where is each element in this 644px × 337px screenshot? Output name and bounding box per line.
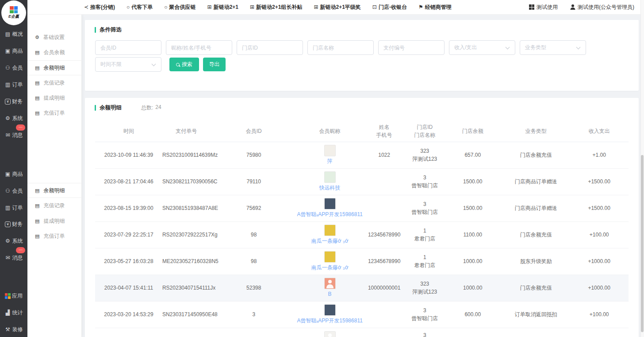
store-id: 323 [406, 280, 443, 288]
select-placeholder: 收入/支出 [454, 44, 477, 51]
store-name-input[interactable] [307, 40, 374, 55]
sidebar-item-finance-2[interactable]: ¥ 财务 [0, 219, 27, 229]
apps-grid-icon [5, 293, 11, 299]
nav-label: 推客(分销) [90, 4, 115, 11]
nickname-link[interactable]: 快远科技 [319, 184, 341, 192]
cell-amount: +1.00 [570, 142, 629, 168]
share-icon: ≺ [84, 4, 88, 10]
sidebar-item-goods-2[interactable]: ▣ 商品 [0, 169, 27, 179]
sidebar-item-statistics[interactable]: ▟ 统计 [0, 307, 27, 318]
total-value: 24 [155, 104, 161, 112]
message-icon: ✉ [5, 255, 11, 261]
nickname-link[interactable]: A曾智聪ₓAPP开发15986811 [297, 210, 362, 218]
submenu-commission-detail[interactable]: ▤ 提成明细 [27, 90, 82, 105]
members-icon: ⚇ [5, 65, 11, 71]
search-button-label: 搜索 [182, 61, 192, 68]
nickname-link[interactable]: A曾智聪ₓAPP开发15986811 [297, 317, 362, 325]
grid-icon: ⊞ [207, 4, 212, 10]
sidebar-item-system-2[interactable]: ⚙ 系统 [0, 236, 27, 246]
cell-amount: +100.00 [570, 301, 629, 328]
sidebar-item-messages-2[interactable]: ✉ 消息 [0, 252, 27, 263]
nav-xinliandong-2plus1[interactable]: ⊞ 新链动2+1 [207, 4, 238, 11]
submenu-recharge-records-2[interactable]: ▤ 充值记录 [27, 198, 82, 213]
time-range-select[interactable]: 时间不限 [95, 57, 161, 72]
select-placeholder: 业务类型 [525, 44, 546, 51]
export-button[interactable]: 导出 [203, 58, 226, 71]
col-member-id: 会员ID [210, 120, 297, 142]
table-row[interactable]: 2023-08-15 19:39:00 SN2308151938487A8E 7… [95, 195, 629, 221]
nav-tuike-fenxiao[interactable]: ≺ 推客(分销) [84, 4, 115, 11]
table-row[interactable]: 2023-05-27 16:03:28 ME20230527160328N5 9… [95, 248, 629, 275]
nav-label: 新链动2+1组长补贴 [256, 4, 302, 11]
search-button[interactable]: 搜索 [169, 58, 199, 71]
cell-store: 1 君君门店 [406, 221, 443, 248]
nav-juhe-gongyinglian[interactable]: ○ 聚合供应链 [164, 4, 196, 11]
store-id: 3 [406, 306, 443, 314]
sidebar-item-decorate[interactable]: ⚒ 装修 [0, 324, 27, 335]
submenu-balance-detail[interactable]: ▤ 余额明细 [27, 60, 82, 75]
chevron-down-icon [576, 45, 581, 50]
nav-zuzhang-butie[interactable]: ⊞ 新链动2+1组长补贴 [250, 4, 302, 11]
cell-store: 323 萍测试123 [406, 275, 443, 301]
total-label: 总数: [141, 104, 153, 112]
table-row[interactable]: 2023-08-21 17:04:46 SN230821170390056C 7… [95, 168, 629, 195]
nickname-input[interactable] [166, 40, 232, 55]
nav-mendian-shouyintai[interactable]: ⊡ 门店-收银台 [372, 4, 407, 11]
store-id-input[interactable] [237, 40, 303, 55]
table-row[interactable]: 2023-07-29 22:25:17 RS20230729222517Xg 9… [95, 221, 629, 248]
nav-jingxiaoshang-guanli[interactable]: ⚑ 经销商管理 [418, 4, 452, 11]
goods-icon: ▣ [5, 48, 11, 54]
nickname-link[interactable]: B [328, 290, 332, 298]
clipboard-icon: ▤ [35, 50, 39, 55]
in-out-select[interactable]: 收入/支出 [449, 40, 515, 55]
message-badge: ⋯ [16, 247, 25, 253]
table-row[interactable]: 2023-04-07 15:41:11 RS20230407154111Jx 5… [95, 275, 629, 301]
account-menu[interactable]: 测试使用(公众号管理员) [570, 4, 634, 11]
avatar [324, 278, 336, 289]
sidebar-item-orders-2[interactable]: ▥ 订单 [0, 202, 27, 213]
nav-pingji-jiang[interactable]: ⊞ 新链动2+1平级奖 [314, 4, 360, 11]
pay-no-input[interactable] [378, 40, 445, 55]
sidebar-item-apps[interactable]: 应用 [0, 291, 27, 301]
sidebar-item-members-2[interactable]: ⚇ 会员 [0, 186, 27, 196]
sidebar-item-orders[interactable]: ▥ 订单 [0, 79, 27, 90]
sidebar-item-system[interactable]: ⚙ 系统 [0, 113, 27, 124]
nav-daike-xiadan[interactable]: ○ 代客下单 [126, 4, 153, 11]
submenu-commission-detail-2[interactable]: ▤ 提成明细 [27, 213, 82, 229]
gear-icon: ⚙ [35, 35, 39, 40]
scrollbar-thumb[interactable] [641, 155, 644, 332]
cell-member-id: 79110 [210, 168, 297, 195]
submenu-recharge-orders[interactable]: ▤ 充值订单 [27, 105, 82, 120]
cell-nickname: 萍 [297, 142, 362, 168]
cell-store: 3 曾智聪门店 [406, 301, 443, 328]
table-row[interactable]: 2023-10-09 11:46:39 RS20231009114639Mz 7… [95, 142, 629, 168]
biz-type-select[interactable]: 业务类型 [520, 40, 586, 55]
cell-phone: 1022 [362, 142, 406, 168]
sidebar-item-finance[interactable]: ¥ 财务 [0, 96, 27, 107]
avatar [324, 331, 336, 337]
cell-balance: 1100.00 [443, 221, 502, 248]
nickname-link[interactable]: 南瓜一条藤ớ ₃ớ [311, 263, 349, 271]
submenu-recharge-orders-2[interactable]: ▤ 充值订单 [27, 229, 82, 244]
cell-nickname: A曾智聪ₓAPP开发15986811 [297, 195, 362, 221]
nickname-link[interactable]: 南瓜一条藤ớ ₃ớ [311, 237, 349, 245]
sidebar-item-goods[interactable]: ▣ 商品 [0, 46, 27, 56]
submenu-label: 提成明细 [43, 94, 65, 102]
submenu-member-balance[interactable]: ▤ 会员余额 [27, 45, 82, 60]
sidebar-label: 统计 [12, 309, 23, 317]
table-row[interactable]: 2023-03-20 14:53:29 SN2303171450950E48 3… [95, 301, 629, 328]
submenu-balance-detail-2[interactable]: ▤ 余额明细 [27, 183, 82, 198]
sidebar-item-overview[interactable]: ▤ 概况 [0, 29, 27, 39]
table-row[interactable]: 3 [95, 328, 629, 337]
brand-logo[interactable]: E企赢 [1, 0, 26, 25]
sidebar-item-messages[interactable]: ✉ 消息 [0, 130, 27, 140]
vertical-scrollbar[interactable] [640, 0, 644, 337]
member-id-input[interactable] [95, 40, 161, 55]
grid-icon: ⊞ [314, 4, 318, 10]
workspace-switcher[interactable]: 测试使用 [529, 4, 558, 11]
submenu-basic-settings[interactable]: ⚙ 基础设置 [27, 30, 82, 45]
cell-biz-type: 订单取消返回抵扣 [502, 301, 570, 328]
nickname-link[interactable]: 萍 [327, 157, 333, 165]
submenu-recharge-records[interactable]: ▤ 充值记录 [27, 75, 82, 90]
sidebar-item-members[interactable]: ⚇ 会员 [0, 62, 27, 73]
